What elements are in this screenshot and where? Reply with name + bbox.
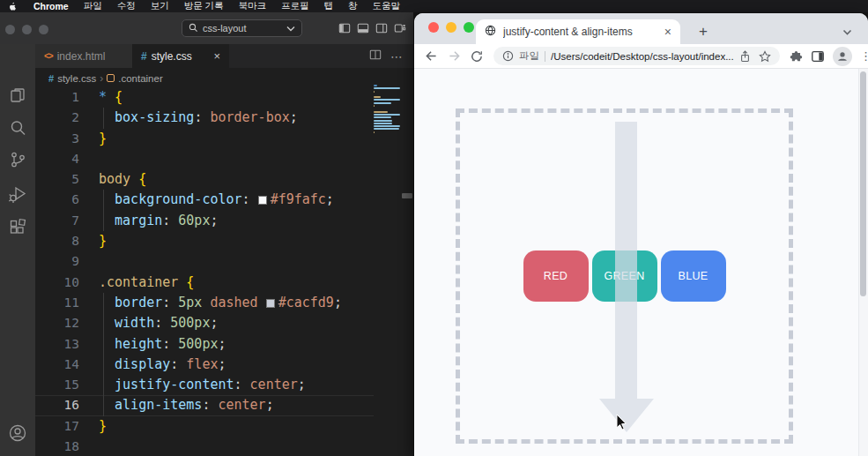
reload-button[interactable]: [465, 49, 488, 64]
macos-menubar: Chrome 파일수정보기방문 기록북마크프로필탭창도움말: [0, 0, 868, 12]
line-number: 1: [35, 87, 79, 108]
split-editor-icon[interactable]: [369, 49, 382, 64]
code-line[interactable]: 9: [35, 251, 374, 272]
code-line[interactable]: 8}: [35, 231, 374, 251]
vscode-window: css-layout: [0, 12, 413, 456]
menu-item[interactable]: 보기: [151, 0, 169, 12]
code-line[interactable]: 6 background-color: #f9fafc;: [35, 190, 374, 210]
back-button[interactable]: [419, 49, 442, 64]
browser-menu-icon[interactable]: ⋮: [860, 49, 868, 63]
line-number: 13: [35, 334, 79, 355]
menu-item[interactable]: 수정: [117, 0, 136, 12]
breadcrumb-file[interactable]: style.css: [57, 73, 96, 84]
line-number: 12: [35, 313, 79, 333]
editor-more-actions-icon[interactable]: ⋯: [390, 49, 403, 64]
toggle-panel-icon[interactable]: [357, 22, 369, 34]
line-number: 4: [35, 149, 79, 169]
page-scrollbar[interactable]: [858, 69, 868, 456]
line-number: 9: [35, 251, 79, 272]
tab-index-html[interactable]: <> index.html: [35, 44, 132, 68]
close-tab-icon[interactable]: ×: [213, 49, 220, 63]
code-line[interactable]: 4: [35, 149, 374, 169]
code-line[interactable]: 12 width: 500px;: [35, 313, 374, 333]
code-line[interactable]: 15 justify-content: center;: [35, 375, 374, 395]
side-panel-icon[interactable]: [811, 49, 825, 64]
code-line[interactable]: 18: [35, 437, 374, 456]
command-center-text: css-layout: [203, 23, 247, 34]
browser-tab[interactable]: justify-content & align-items ×: [476, 19, 680, 44]
menu-item[interactable]: 북마크: [239, 0, 267, 12]
menubar-app-name[interactable]: Chrome: [33, 1, 69, 11]
tab-style-css[interactable]: # style.css ×: [132, 44, 229, 68]
code-line[interactable]: 16 align-items: center;: [35, 395, 374, 415]
tab-label: index.html: [57, 50, 106, 63]
menu-item[interactable]: 도움말: [373, 0, 401, 12]
chrome-traffic-lights[interactable]: [428, 22, 474, 33]
color-swatch: [258, 196, 267, 205]
apple-menu-icon[interactable]: [9, 2, 19, 11]
symbol-class-icon: [107, 74, 115, 82]
vscode-command-center[interactable]: css-layout: [182, 19, 302, 37]
address-bar[interactable]: 파일 /Users/codeit/Desktop/css-layout/inde…: [493, 47, 780, 65]
menu-item[interactable]: 파일: [84, 0, 102, 12]
line-number: 5: [35, 169, 79, 190]
menu-item[interactable]: 탭: [324, 0, 334, 12]
toggle-sidebar-icon[interactable]: [338, 22, 351, 34]
menu-item[interactable]: 프로필: [281, 0, 309, 12]
close-tab-icon[interactable]: ×: [664, 26, 671, 38]
url-scheme-label: 파일: [519, 49, 539, 63]
breadcrumb[interactable]: # style.css › .container: [35, 68, 413, 88]
code-line[interactable]: 11 border: 5px dashed #cacfd9;: [35, 293, 374, 313]
code-line[interactable]: 17}: [35, 416, 374, 437]
code-line[interactable]: 13 height: 500px;: [35, 334, 374, 355]
forward-button[interactable]: [442, 49, 465, 64]
line-number: 15: [35, 375, 79, 395]
menubar-items: 파일수정보기방문 기록북마크프로필탭창도움말: [84, 0, 400, 12]
profile-avatar[interactable]: [833, 47, 852, 66]
vscode-titlebar: css-layout: [0, 12, 413, 44]
vscode-tab-bar: <> index.html # style.css × ⋯: [35, 44, 413, 68]
code-line[interactable]: 5body {: [35, 169, 374, 190]
menu-item[interactable]: 방문 기록: [184, 0, 224, 12]
url-text[interactable]: /Users/codeit/Desktop/css-layout/index..…: [551, 51, 734, 62]
source-control-icon[interactable]: [7, 149, 28, 170]
browser-viewport: REDGREENBLUE: [414, 69, 868, 456]
menu-item[interactable]: 창: [348, 0, 358, 12]
customize-layout-icon[interactable]: [394, 22, 406, 34]
code-line[interactable]: 14 display: flex;: [35, 355, 374, 375]
search-icon: [189, 23, 198, 34]
minimap[interactable]: [374, 85, 402, 137]
scrollbar-thumb[interactable]: [860, 71, 866, 296]
line-content: body {: [79, 169, 146, 190]
code-line[interactable]: 1* {: [35, 87, 374, 108]
new-tab-button[interactable]: +: [693, 21, 714, 42]
vscode-traffic-lights[interactable]: [5, 25, 48, 34]
line-content: margin: 60px;: [79, 211, 218, 231]
explorer-icon[interactable]: [7, 85, 28, 106]
code-lines: 1* {2 box-sizing: border-box;3}45body {6…: [35, 87, 374, 456]
screen: Chrome 파일수정보기방문 기록북마크프로필탭창도움말 css-layout: [0, 0, 868, 456]
share-icon[interactable]: [739, 50, 751, 63]
breadcrumb-symbol[interactable]: .container: [118, 73, 163, 84]
chevron-down-icon: [286, 23, 295, 34]
code-line[interactable]: 2 box-sizing: border-box;: [35, 108, 374, 128]
accounts-icon[interactable]: [7, 422, 28, 444]
code-line[interactable]: 7 margin: 60px;: [35, 211, 374, 231]
search-icon[interactable]: [7, 117, 28, 138]
line-number: 18: [35, 437, 79, 456]
toggle-secondary-sidebar-icon[interactable]: [375, 22, 388, 34]
overview-ruler-mark: [402, 193, 412, 198]
line-number: 2: [35, 108, 79, 128]
extensions-puzzle-icon[interactable]: [789, 49, 803, 64]
globe-favicon: [485, 24, 496, 40]
run-debug-icon[interactable]: [7, 183, 28, 205]
code-line[interactable]: 3}: [35, 129, 374, 149]
code-line[interactable]: 10.container {: [35, 273, 374, 293]
tab-search-chevron-icon[interactable]: [842, 24, 852, 40]
line-content: display: flex;: [79, 355, 226, 375]
line-content: }: [79, 129, 107, 149]
info-icon[interactable]: [502, 50, 514, 62]
code-editor[interactable]: 1* {2 box-sizing: border-box;3}45body {6…: [35, 87, 374, 456]
extensions-icon[interactable]: [7, 217, 28, 238]
bookmark-star-icon[interactable]: [759, 50, 771, 63]
